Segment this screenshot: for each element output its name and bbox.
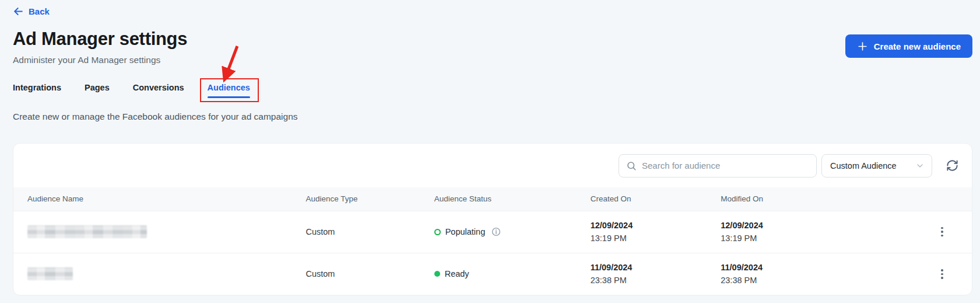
audiences-card: Custom Audience Audience NameAudience Ty… [13,143,972,295]
audiences-table: Audience NameAudience TypeAudience Statu… [13,187,972,295]
status-dot-icon [434,271,440,277]
created-on-cell: 12/09/2024 13:19 PM [591,211,721,253]
tab-audiences[interactable]: Audiences [208,83,250,98]
modified-time: 13:19 PM [721,234,912,243]
column-header: Audience Status [434,187,591,211]
audience-type-filter[interactable]: Custom Audience [821,154,932,177]
kebab-menu-icon[interactable] [935,267,949,281]
status-label: Populating [445,227,486,236]
audience-name-cell [13,211,305,253]
audience-type-value: Custom [305,227,335,236]
plus-icon [857,41,868,52]
table-row[interactable]: Custom Populating 12/09/2024 13:19 PM 12… [13,211,972,253]
tab-label: Integrations [13,83,61,92]
table-row[interactable]: Custom Ready 11/09/2024 23:38 PM 11/09/2… [13,253,972,295]
column-header: Audience Name [13,187,305,211]
refresh-button[interactable] [942,155,963,176]
chevron-down-icon [915,161,925,170]
filter-selected-value: Custom Audience [830,161,897,170]
created-date: 12/09/2024 [591,221,721,230]
section-description: Create new or manage the Facebook audien… [13,112,972,122]
create-new-audience-button[interactable]: Create new audience [845,34,972,58]
audience-status-cell: Ready [434,253,591,295]
create-new-audience-label: Create new audience [874,41,961,51]
modified-date: 12/09/2024 [721,221,912,230]
status-label: Ready [445,269,469,278]
page-title: Ad Manager settings [13,29,187,50]
created-time: 23:38 PM [591,276,721,285]
audience-search[interactable] [619,154,817,177]
audience-type-cell: Custom [305,253,434,295]
tab-pages[interactable]: Pages [85,83,110,98]
audience-status-cell: Populating [434,211,591,253]
page-subtitle: Administer your Ad Manager settings [13,55,187,65]
tab-conversions[interactable]: Conversions [133,83,184,98]
table-header: Audience NameAudience TypeAudience Statu… [13,187,972,211]
table-toolbar: Custom Audience [13,144,972,187]
column-header: Modified On [721,187,912,211]
row-actions-cell [912,211,972,253]
modified-time: 23:38 PM [721,276,912,285]
page-header: Ad Manager settings Administer your Ad M… [13,29,972,65]
column-header: Created On [591,187,721,211]
back-label: Back [29,6,50,16]
refresh-icon [946,159,959,172]
modified-on-cell: 11/09/2024 23:38 PM [721,253,912,295]
audience-type-value: Custom [305,269,335,278]
status-dot-icon [434,229,441,235]
audience-type-cell: Custom [305,211,434,253]
column-header: Audience Type [305,187,434,211]
ad-manager-settings-page: Back Ad Manager settings Administer your… [0,0,980,295]
tab-label: Conversions [133,83,184,92]
row-actions-cell [912,253,972,295]
modified-on-cell: 12/09/2024 13:19 PM [721,211,912,253]
created-date: 11/09/2024 [591,263,721,272]
redacted-audience-name [27,267,73,280]
info-icon[interactable] [491,227,501,236]
modified-date: 11/09/2024 [721,263,912,272]
audience-name-cell [13,253,305,295]
search-icon [626,161,637,171]
search-input[interactable] [642,161,809,170]
created-time: 13:19 PM [591,234,721,243]
tabs: Integrations Pages Conversions Audiences [13,83,972,98]
redacted-audience-name [27,225,147,238]
back-link[interactable]: Back [13,6,50,17]
title-block: Ad Manager settings Administer your Ad M… [13,29,187,65]
tab-label: Audiences [208,83,250,92]
kebab-menu-icon[interactable] [935,225,949,239]
arrow-left-icon [13,6,24,17]
tab-integrations[interactable]: Integrations [13,83,61,98]
tab-label: Pages [85,83,110,92]
created-on-cell: 11/09/2024 23:38 PM [591,253,721,295]
